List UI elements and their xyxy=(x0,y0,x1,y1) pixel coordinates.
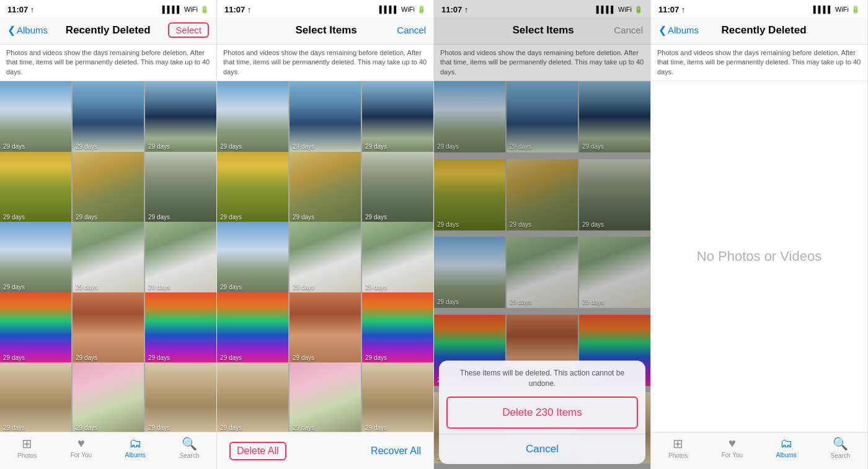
photo-cell[interactable]: 29 days xyxy=(73,222,144,293)
tab-albums-4[interactable]: 🗂 Albums xyxy=(760,436,813,458)
tab-foryou-label-1: For You xyxy=(71,452,92,458)
select-button-1[interactable]: Select xyxy=(168,22,209,38)
tab-foryou-4[interactable]: ♥ For You xyxy=(705,436,759,458)
photo-cell[interactable]: 29 days xyxy=(290,222,361,293)
photo-cell[interactable]: 29 days xyxy=(145,362,216,432)
tab-bar-1: ⊞ Photos ♥ For You 🗂 Albums 🔍 Search xyxy=(0,432,216,469)
search-icon-1: 🔍 xyxy=(182,436,197,451)
status-icons-2: ▌▌▌▌ WiFi 🔋 xyxy=(379,6,426,14)
tab-albums-label-4: Albums xyxy=(776,452,796,458)
tab-photos-label-1: Photos xyxy=(17,452,37,459)
info-text-4: Photos and videos show the days remainin… xyxy=(651,45,867,81)
tab-photos-1[interactable]: ⊞ Photos xyxy=(0,436,54,459)
chevron-icon-1: ❮ xyxy=(7,24,16,36)
phone-panel-3: 11:07 ↑ ▌▌▌▌ WiFi 🔋 Select Items Cancel … xyxy=(434,0,651,469)
foryou-icon-1: ♥ xyxy=(78,436,85,450)
photo-cell[interactable]: 29 days xyxy=(362,222,433,293)
action-sheet: These items will be deleted. This action… xyxy=(439,361,645,464)
nav-bar-2: Select Items Cancel xyxy=(217,17,433,45)
photo-cell[interactable]: 29 days xyxy=(0,292,71,364)
delete-all-button[interactable]: Delete All xyxy=(229,442,286,460)
photos-icon-1: ⊞ xyxy=(22,436,32,451)
signal-icon-4: ▌▌▌▌ xyxy=(813,6,833,13)
info-text-1: Photos and videos show the days remainin… xyxy=(0,45,216,81)
status-bar-4: 11:07 ↑ ▌▌▌▌ WiFi 🔋 xyxy=(651,0,867,17)
photo-cell[interactable]: 29 days xyxy=(290,362,361,432)
status-icons-1: ▌▌▌▌ WiFi 🔋 xyxy=(162,6,209,14)
delete-230-button[interactable]: Delete 230 Items xyxy=(446,397,638,429)
photo-cell[interactable]: 29 days xyxy=(217,222,288,293)
photo-cell[interactable]: 29 days xyxy=(290,292,361,364)
tab-search-1[interactable]: 🔍 Search xyxy=(162,436,216,459)
photos-icon-4: ⊞ xyxy=(673,436,683,451)
status-bar-1: 11:07 ↑ ▌▌▌▌ WiFi 🔋 xyxy=(0,0,216,17)
recover-all-button[interactable]: Recover All xyxy=(371,445,421,457)
back-label-1: Albums xyxy=(17,25,48,35)
tab-photos-label-4: Photos xyxy=(668,452,688,459)
battery-icon-4: 🔋 xyxy=(851,6,860,14)
photo-cell[interactable]: 29 days xyxy=(145,222,216,293)
tab-search-label-1: Search xyxy=(180,452,200,459)
photo-cell[interactable]: 29 days xyxy=(73,152,144,223)
photo-cell[interactable]: 29 days xyxy=(145,81,216,152)
search-icon-4: 🔍 xyxy=(833,436,848,451)
signal-icon-2: ▌▌▌▌ xyxy=(379,6,399,13)
nav-title-2: Select Items xyxy=(296,24,357,37)
chevron-icon-4: ❮ xyxy=(658,24,666,36)
tab-albums-label-1: Albums xyxy=(125,452,145,458)
photo-cell[interactable]: 29 days xyxy=(73,81,144,152)
photo-grid-1: 29 days 29 days 29 days 29 days 29 days … xyxy=(0,81,216,432)
action-bar-2: Delete All Recover All xyxy=(217,432,433,469)
photo-cell[interactable]: 29 days xyxy=(362,81,433,152)
status-time-1: 11:07 ↑ xyxy=(7,5,34,14)
photo-cell[interactable]: 29 days xyxy=(0,152,71,223)
cancel-button-2[interactable]: Cancel xyxy=(397,25,426,35)
photo-cell[interactable]: 29 days xyxy=(217,81,288,152)
nav-bar-1: ❮ Albums Recently Deleted Select xyxy=(0,17,216,45)
photo-cell[interactable]: 29 days xyxy=(217,292,288,364)
photo-cell[interactable]: 29 days xyxy=(145,292,216,364)
tab-foryou-1[interactable]: ♥ For You xyxy=(54,436,108,458)
tab-search-4[interactable]: 🔍 Search xyxy=(813,436,867,459)
wifi-icon-4: WiFi xyxy=(835,6,849,13)
nav-title-1: Recently Deleted xyxy=(66,24,151,37)
phone-panel-1: 11:07 ↑ ▌▌▌▌ WiFi 🔋 ❮ Albums Recently De… xyxy=(0,0,217,469)
battery-icon-1: 🔋 xyxy=(200,6,209,14)
photo-cell[interactable]: 29 days xyxy=(0,81,71,152)
back-button-1[interactable]: ❮ Albums xyxy=(7,24,48,36)
photo-cell[interactable]: 29 days xyxy=(73,292,144,364)
tab-bar-4: ⊞ Photos ♥ For You 🗂 Albums 🔍 Search xyxy=(651,432,867,469)
photo-cell[interactable]: 29 days xyxy=(217,362,288,432)
signal-icon-1: ▌▌▌▌ xyxy=(162,6,182,13)
photo-cell[interactable]: 29 days xyxy=(145,152,216,223)
photo-cell[interactable]: 29 days xyxy=(0,362,71,432)
tab-albums-1[interactable]: 🗂 Albums xyxy=(108,436,162,458)
phone-panel-2: 11:07 ↑ ▌▌▌▌ WiFi 🔋 Select Items Cancel … xyxy=(217,0,434,469)
nav-bar-4: ❮ Albums Recently Deleted xyxy=(651,17,867,45)
phone-panel-4: 11:07 ↑ ▌▌▌▌ WiFi 🔋 ❮ Albums Recently De… xyxy=(651,0,868,469)
battery-icon-2: 🔋 xyxy=(417,6,426,14)
wifi-icon-1: WiFi xyxy=(184,6,198,13)
empty-state-4: No Photos or Videos xyxy=(651,81,867,432)
nav-title-4: Recently Deleted xyxy=(722,24,807,37)
info-text-2: Photos and videos show the days remainin… xyxy=(217,45,433,81)
back-label-4: Albums xyxy=(668,25,699,35)
photo-cell[interactable]: 29 days xyxy=(362,362,433,432)
back-button-4[interactable]: ❮ Albums xyxy=(658,24,699,36)
photo-cell[interactable]: 29 days xyxy=(290,81,361,152)
photo-cell[interactable]: 29 days xyxy=(0,222,71,293)
photo-cell[interactable]: 29 days xyxy=(217,152,288,223)
tab-search-label-4: Search xyxy=(831,452,851,459)
albums-icon-1: 🗂 xyxy=(129,436,141,450)
photo-cell[interactable]: 29 days xyxy=(290,152,361,223)
action-sheet-cancel-button[interactable]: Cancel xyxy=(439,434,645,464)
albums-icon-4: 🗂 xyxy=(780,436,792,450)
status-bar-2: 11:07 ↑ ▌▌▌▌ WiFi 🔋 xyxy=(217,0,433,17)
tab-photos-4[interactable]: ⊞ Photos xyxy=(651,436,705,459)
photo-cell[interactable]: 29 days xyxy=(362,152,433,223)
empty-label-4: No Photos or Videos xyxy=(697,248,822,265)
photo-cell[interactable]: 29 days xyxy=(362,292,433,364)
delete-overlay: These items will be deleted. This action… xyxy=(434,0,650,469)
photo-grid-2: 29 days 29 days 29 days 29 days 29 days … xyxy=(217,81,433,432)
photo-cell[interactable]: 29 days xyxy=(73,362,144,432)
